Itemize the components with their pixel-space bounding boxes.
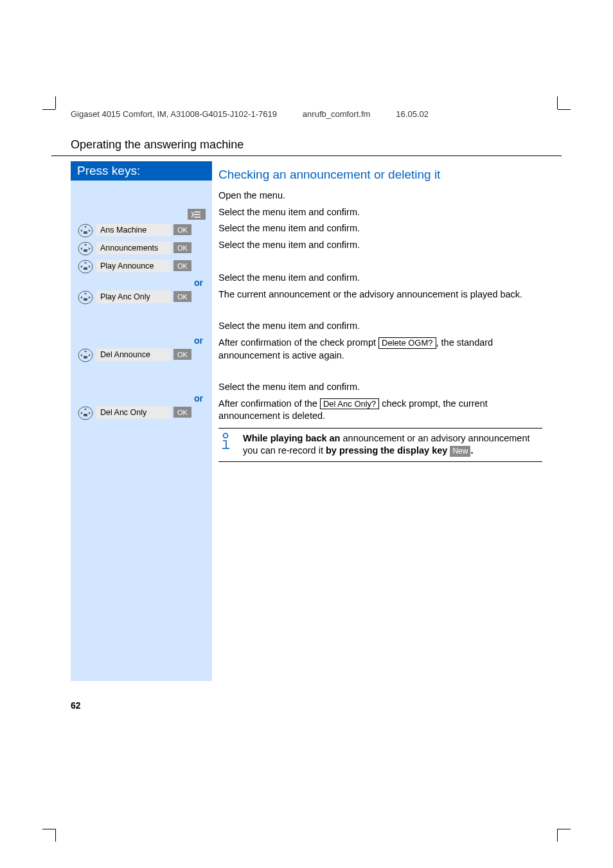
ok-button: OK <box>173 260 191 271</box>
info-note: While playing back an announcement or an… <box>218 428 542 462</box>
subsection-heading: Checking an announcement or deleting it <box>218 168 542 182</box>
dpad-icon <box>77 406 94 420</box>
menu-item-ans-machine: Ans Machine <box>96 224 171 236</box>
menu-item-del-announce: Del Announce <box>96 348 171 361</box>
svg-rect-11 <box>84 414 87 416</box>
display-key-new: New <box>450 446 470 456</box>
info-text: While playing back an announcement or an… <box>243 432 542 457</box>
or-separator: or <box>77 393 206 403</box>
dpad-icon <box>77 260 94 274</box>
dpad-icon <box>77 242 94 256</box>
dpad-icon <box>77 348 94 362</box>
text-select-confirm: Select the menu item and confirm. <box>218 222 542 235</box>
text-delete-ogm: After confirmation of the check prompt D… <box>218 337 542 362</box>
menu-icon <box>188 209 206 220</box>
prompt-del-anc-only: Del Anc Only? <box>320 398 379 410</box>
text-select-confirm: Select the menu item and confirm. <box>218 239 542 252</box>
ok-button: OK <box>173 224 191 235</box>
prompt-delete-ogm: Delete OGM? <box>378 337 436 349</box>
text-select-confirm: Select the menu item and confirm. <box>218 381 542 394</box>
dpad-icon <box>77 290 94 305</box>
info-icon <box>218 432 236 457</box>
svg-rect-9 <box>84 356 87 359</box>
ok-button: OK <box>173 349 191 360</box>
text-select-confirm: Select the menu item and confirm. <box>218 272 542 285</box>
section-title: Operating the answering machine <box>51 138 562 156</box>
ok-button: OK <box>173 291 191 302</box>
text-current-played: The current announcement or the advisory… <box>218 288 542 301</box>
dpad-icon <box>77 224 94 238</box>
svg-rect-3 <box>84 249 87 252</box>
menu-item-play-announce: Play Announce <box>96 260 171 272</box>
page-number: 62 <box>71 700 562 711</box>
ok-button: OK <box>173 407 191 418</box>
svg-rect-1 <box>84 231 87 234</box>
instruction-column: Checking an announcement or deleting it … <box>212 161 542 681</box>
doc-header: Gigaset 4015 Comfort, IM, A31008-G4015-J… <box>51 109 562 119</box>
ok-button: OK <box>173 242 191 253</box>
doc-date: 16.05.02 <box>396 109 429 119</box>
press-keys-heading: Press keys: <box>71 161 212 181</box>
or-separator: or <box>77 278 206 288</box>
text-select-confirm: Select the menu item and confirm. <box>218 206 542 219</box>
doc-ref: Gigaset 4015 Comfort, IM, A31008-G4015-J… <box>71 109 277 119</box>
menu-item-play-anc-only: Play Anc Only <box>96 290 171 303</box>
text-select-confirm: Select the menu item and confirm. <box>218 320 542 333</box>
svg-rect-5 <box>84 267 87 270</box>
text-open-menu: Open the menu. <box>218 190 542 202</box>
or-separator: or <box>77 335 206 346</box>
text-del-anc-only: After confirmation of the Del Anc Only? … <box>218 398 542 423</box>
svg-point-12 <box>224 433 228 438</box>
svg-rect-7 <box>84 298 87 301</box>
press-keys-column: Press keys: A <box>71 161 212 681</box>
menu-item-announcements: Announcements <box>96 242 171 254</box>
menu-item-del-anc-only: Del Anc Only <box>96 406 171 419</box>
doc-filename: anrufb_comfort.fm <box>303 109 371 119</box>
